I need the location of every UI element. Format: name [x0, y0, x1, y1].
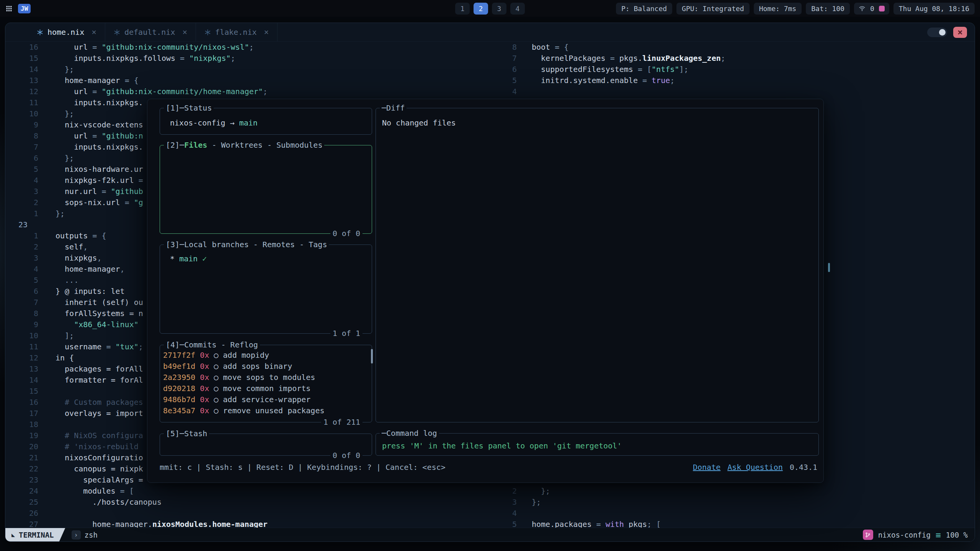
bar-module-battery[interactable]: Bat: 100	[806, 3, 850, 15]
editor-status-bar: ◣ TERMINAL › zsh nixos-config ≡ 100 %	[5, 528, 975, 541]
line-number: 5	[5, 275, 48, 286]
lazygit-diff-panel[interactable]: ─Diff No changed files	[376, 108, 819, 422]
line-number: 15	[5, 386, 48, 397]
code-line: 4	[500, 86, 975, 97]
terminal-icon: ◣	[11, 531, 15, 538]
workspace-4[interactable]: 4	[510, 3, 525, 15]
line-number: 2	[5, 241, 48, 253]
commit-author: 0x	[200, 406, 209, 415]
commit-hash: 2717f2f	[163, 350, 195, 360]
code-text: nix-vscode-extens	[56, 119, 143, 130]
tab-close-icon[interactable]: ×	[264, 28, 269, 37]
code-text: in {	[56, 352, 74, 364]
workspace-2[interactable]: 2	[474, 3, 488, 15]
system-tray[interactable]: 0	[854, 3, 889, 15]
commit-row[interactable]: 8e345a7 0x ○ remove unused packages	[163, 405, 372, 416]
line-number: 7	[5, 142, 48, 153]
code-text: canopus = nixpk	[56, 463, 143, 474]
lazygit-commits-panel[interactable]: [4]─Commits - Reflog 2717f2f 0x ○ add mo…	[160, 345, 372, 422]
code-text: forAllSystems = n	[56, 308, 143, 319]
code-text: specialArgs =	[56, 474, 143, 486]
line-number: 14	[5, 375, 48, 386]
line-number: 9	[5, 119, 48, 130]
lazygit-status-panel[interactable]: [1]─Status nixos-config → main	[160, 108, 372, 135]
commit-row[interactable]: 2717f2f 0x ○ add mopidy	[163, 350, 372, 361]
commit-row[interactable]: b49ef1d 0x ○ add sops binary	[163, 361, 372, 372]
commit-graph-node: ○	[214, 350, 218, 360]
tab-home.nix[interactable]: home.nix×	[28, 23, 105, 41]
lazygit-branches-panel[interactable]: [3]─Local branches - Remotes - Tags * ma…	[160, 245, 372, 334]
code-text: boot = {	[532, 42, 568, 53]
line-number: 10	[5, 330, 48, 341]
toggle-switch[interactable]	[927, 28, 947, 37]
code-text: home-manager.nixosModules.home-manager	[56, 519, 268, 528]
code-text: # 'nixos-rebuild	[56, 441, 139, 452]
bar-module-gpu[interactable]: GPU: Integrated	[676, 3, 750, 15]
app-launcher-icon[interactable]	[5, 5, 13, 12]
line-number: 25	[5, 497, 48, 508]
lazygit-command-log-panel[interactable]: ─Command log press 'M' in the files pane…	[376, 433, 819, 456]
wifi-icon	[859, 5, 866, 12]
workspace-3[interactable]: 3	[492, 3, 506, 15]
commit-graph-node: ○	[214, 373, 218, 382]
ask-question-link[interactable]: Ask Question	[727, 462, 783, 473]
commits-scrollbar-thumb[interactable]	[371, 349, 373, 364]
bar-module-home-latency[interactable]: Home: 7ms	[754, 3, 802, 15]
commit-row[interactable]: 9486b7d 0x ○ add service-wrapper	[163, 394, 372, 405]
line-number: 7	[500, 53, 521, 64]
code-text: nur.url = "github	[56, 186, 143, 197]
workspace-1[interactable]: 1	[455, 3, 470, 15]
tab-default.nix[interactable]: default.nix×	[105, 23, 196, 41]
commit-row[interactable]: 2a23950 0x ○ move sops to modules	[163, 372, 372, 383]
tab-close-icon[interactable]: ×	[91, 28, 96, 37]
code-text: home-manager,	[56, 264, 125, 275]
commit-author: 0x	[200, 384, 209, 393]
commit-hash: 8e345a7	[163, 406, 195, 415]
line-number: 20	[5, 441, 48, 452]
donate-link[interactable]: Donate	[693, 462, 720, 473]
code-text: inherit (self) ou	[56, 297, 143, 308]
line-number: 4	[5, 264, 48, 275]
code-text: };	[56, 64, 74, 75]
bar-module-power-profile[interactable]: P: Balanced	[616, 3, 672, 15]
line-number: 16	[5, 397, 48, 408]
branch-name: main	[239, 118, 258, 127]
scroll-percent: 100 %	[946, 531, 968, 539]
window-close-button[interactable]: ×	[953, 27, 967, 38]
code-text: ];	[56, 330, 74, 341]
logo-badge[interactable]: JW	[18, 4, 31, 13]
terminal-mode-badge[interactable]: ◣ TERMINAL	[5, 528, 65, 542]
code-text: inputs.nixpkgs.	[56, 97, 143, 108]
lazygit-stash-panel[interactable]: [5]─Stash 0 of 0	[160, 434, 372, 456]
commit-hash: b49ef1d	[163, 362, 195, 371]
tab-flake.nix[interactable]: flake.nix×	[196, 23, 278, 41]
lazygit-files-panel[interactable]: [2]─Files - Worktrees - Submodules 0 of …	[160, 145, 372, 234]
panel-count: 0 of 0	[330, 228, 363, 239]
line-number: 4	[500, 508, 521, 519]
code-text: initrd.systemd.enable = true;	[532, 75, 675, 86]
lazygit-footer-links: Donate Ask Question 0.43.1	[693, 462, 817, 473]
lines-icon: ≡	[936, 530, 941, 540]
code-text: inputs.nixpkgs.follows = "nixpkgs";	[56, 53, 235, 64]
shell-label: zsh	[85, 531, 98, 539]
panel-count: 1 of 1	[330, 328, 363, 339]
line-number: 10	[5, 108, 48, 119]
code-line: 26	[5, 508, 500, 519]
tab-close-icon[interactable]: ×	[182, 28, 187, 37]
code-line: 14 };	[5, 64, 500, 75]
shell-tab[interactable]: › zsh	[72, 530, 98, 540]
code-text: ...	[56, 275, 78, 286]
commit-list: 2717f2f 0x ○ add mopidyb49ef1d 0x ○ add …	[160, 345, 372, 416]
clock[interactable]: Thu Aug 08, 18:16	[893, 3, 975, 15]
code-text: url = "github:n	[56, 130, 143, 142]
code-line: 2 };	[500, 486, 975, 497]
commit-row[interactable]: d920218 0x ○ move common imports	[163, 383, 372, 394]
repo-name: nixos-config	[165, 118, 230, 127]
commit-graph-node: ○	[214, 384, 218, 393]
code-text: };	[56, 208, 65, 219]
commit-hash: 9486b7d	[163, 395, 195, 404]
line-number: 12	[5, 86, 48, 97]
line-number: 18	[5, 419, 48, 430]
color-picker-icon	[879, 6, 885, 11]
scrollbar-thumb[interactable]	[828, 263, 830, 272]
